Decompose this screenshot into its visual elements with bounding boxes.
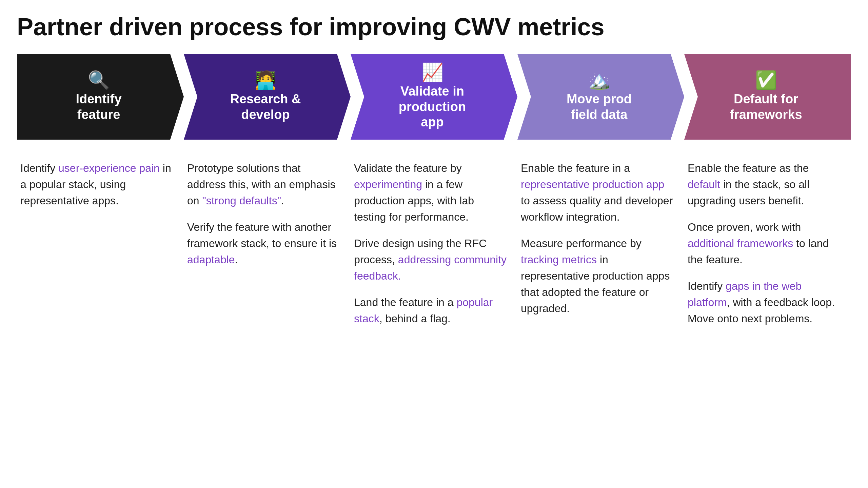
arrow-default: ✅ Default forframeworks	[684, 54, 851, 140]
arrow-move: 🏔️ Move prodfield data	[517, 54, 684, 140]
content-identify: Identify user-experience pain in a popul…	[17, 157, 184, 212]
default-para-3: Identify gaps in the web platform, with …	[688, 278, 841, 327]
validate-link-experimenting[interactable]: experimenting	[354, 178, 422, 190]
validate-title: Validate inproductionapp	[399, 84, 466, 130]
content-move: Enable the feature in a representative p…	[517, 157, 684, 320]
content-default: Enable the feature as the default in the…	[684, 157, 851, 330]
identify-link-ux[interactable]: user-experience pain	[58, 162, 160, 174]
content-research: Prototype solutions that address this, w…	[184, 157, 351, 271]
validate-link-popular[interactable]: popular stack	[354, 296, 493, 325]
move-para-1: Enable the feature in a representative p…	[521, 160, 674, 225]
default-para-2: Once proven, work with additional framew…	[688, 219, 841, 268]
arrow-identify: 🔍 Identifyfeature	[17, 54, 184, 140]
move-icon: 🏔️	[588, 71, 610, 89]
default-link-frameworks[interactable]: additional frameworks	[688, 237, 793, 249]
identify-title: Identifyfeature	[76, 92, 121, 122]
arrow-validate: 📈 Validate inproductionapp	[351, 54, 517, 140]
identify-para-1: Identify user-experience pain in a popul…	[20, 160, 174, 209]
research-para-1: Prototype solutions that address this, w…	[187, 160, 340, 209]
default-link-default[interactable]: default	[688, 178, 720, 190]
research-title: Research &develop	[230, 92, 301, 122]
research-icon: 🧑‍💻	[255, 71, 277, 89]
validate-para-1: Validate the feature by experimenting in…	[354, 160, 507, 225]
default-title: Default forframeworks	[730, 92, 802, 122]
default-link-gaps[interactable]: gaps in the web platform	[688, 280, 802, 308]
move-link-rep-app[interactable]: representative production app	[521, 178, 664, 190]
research-link-adaptable[interactable]: adaptable	[187, 253, 235, 266]
move-title: Move prodfield data	[567, 92, 632, 122]
validate-link-community[interactable]: addressing community feedback.	[354, 253, 507, 282]
research-para-2: Verify the feature with another framewor…	[187, 219, 340, 268]
default-para-1: Enable the feature as the default in the…	[688, 160, 841, 209]
move-para-2: Measure performance by tracking metrics …	[521, 235, 674, 317]
content-validate: Validate the feature by experimenting in…	[351, 157, 517, 330]
arrow-research: 🧑‍💻 Research &develop	[184, 54, 351, 140]
research-link-defaults[interactable]: "strong defaults"	[202, 195, 281, 207]
arrows-row: 🔍 Identifyfeature 🧑‍💻 Research &develop …	[17, 54, 851, 140]
validate-para-3: Land the feature in a popular stack, beh…	[354, 294, 507, 327]
move-link-tracking[interactable]: tracking metrics	[521, 253, 597, 266]
validate-para-2: Drive design using the RFC process, addr…	[354, 235, 507, 284]
default-icon: ✅	[755, 71, 777, 89]
page-title: Partner driven process for improving CWV…	[17, 14, 851, 40]
identify-icon: 🔍	[88, 71, 110, 89]
content-row: Identify user-experience pain in a popul…	[17, 157, 851, 330]
validate-icon: 📈	[421, 63, 443, 81]
